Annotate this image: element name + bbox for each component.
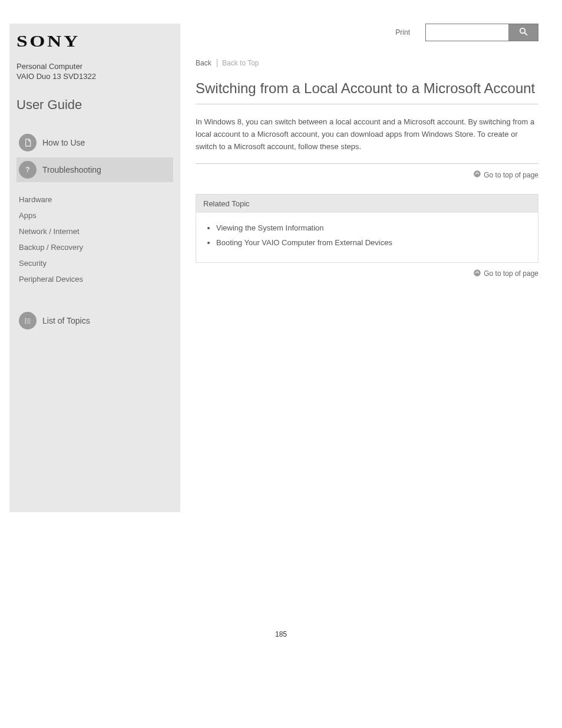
- nav-how-to-use[interactable]: How to Use: [16, 130, 173, 155]
- related-topic-item[interactable]: Viewing the System Information: [216, 221, 520, 236]
- nav-label: Troubleshooting: [42, 165, 101, 174]
- nav-label: List of Topics: [42, 316, 90, 325]
- nav-list-of-topics[interactable]: List of Topics: [16, 308, 173, 333]
- svg-point-7: [520, 28, 525, 34]
- product-block: Personal Computer VAIO Duo 13 SVD1322: [16, 61, 173, 81]
- search: [425, 24, 538, 41]
- page-title: Switching from a Local Account to a Micr…: [196, 80, 538, 104]
- subnav-apps[interactable]: Apps: [18, 207, 173, 223]
- print-link[interactable]: Print: [395, 28, 410, 37]
- svg-text:?: ?: [25, 166, 29, 174]
- arrow-up-icon: [473, 170, 484, 180]
- svg-rect-6: [27, 323, 31, 324]
- main-content: Print Back Back to Top Switching from a …: [180, 24, 538, 512]
- subnav-hardware[interactable]: Hardware: [18, 192, 173, 207]
- list-icon: [19, 312, 37, 330]
- question-icon: ?: [19, 161, 37, 179]
- related-topic-box: Related Topic Viewing the System Informa…: [196, 194, 538, 262]
- nav-label: How to Use: [42, 138, 85, 147]
- go-to-top-label: Go to top of page: [484, 171, 538, 179]
- subnav-security[interactable]: Security: [18, 255, 173, 271]
- go-to-top-label: Go to top of page: [484, 269, 538, 278]
- svg-rect-4: [27, 321, 31, 321]
- nav-troubleshooting[interactable]: ? Troubleshooting: [16, 157, 173, 182]
- subnav-network[interactable]: Network / Internet: [18, 223, 173, 239]
- subnav-backup[interactable]: Backup / Recovery: [18, 239, 173, 255]
- related-topic-item[interactable]: Booting Your VAIO Computer from External…: [216, 236, 520, 251]
- svg-rect-5: [25, 322, 26, 324]
- brand-logo: SONY: [16, 32, 204, 51]
- product-name: Personal Computer: [16, 61, 173, 72]
- search-input[interactable]: [426, 24, 508, 41]
- subnav-peripheral[interactable]: Peripheral Devices: [18, 271, 173, 287]
- sidebar: SONY Personal Computer VAIO Duo 13 SVD13…: [9, 24, 180, 512]
- svg-rect-2: [27, 319, 31, 319]
- article-body: In Windows 8, you can switch between a l…: [196, 116, 538, 164]
- search-button[interactable]: [508, 24, 538, 41]
- user-guide-title: User Guide: [16, 97, 173, 113]
- related-topic-list: Viewing the System Information Booting Y…: [196, 213, 538, 262]
- go-to-top-link[interactable]: Go to top of page: [196, 269, 538, 279]
- breadcrumb: Back Back to Top: [196, 59, 538, 67]
- svg-point-10: [474, 269, 481, 276]
- svg-rect-1: [25, 318, 26, 319]
- breadcrumb-back[interactable]: Back: [196, 59, 211, 67]
- search-icon: [518, 27, 528, 38]
- product-model: VAIO Duo 13 SVD1322: [16, 72, 173, 81]
- related-topic-header: Related Topic: [196, 195, 538, 213]
- subnav: Hardware Apps Network / Internet Backup …: [18, 192, 173, 287]
- svg-point-9: [474, 171, 481, 178]
- svg-rect-3: [25, 321, 26, 322]
- go-to-top-link[interactable]: Go to top of page: [196, 170, 538, 180]
- document-icon: [19, 134, 37, 151]
- top-bar: Print: [196, 24, 538, 41]
- arrow-up-icon: [473, 269, 484, 279]
- svg-line-8: [524, 33, 527, 35]
- page-number: 185: [0, 512, 562, 656]
- breadcrumb-back-to-top[interactable]: Back to Top: [217, 59, 262, 67]
